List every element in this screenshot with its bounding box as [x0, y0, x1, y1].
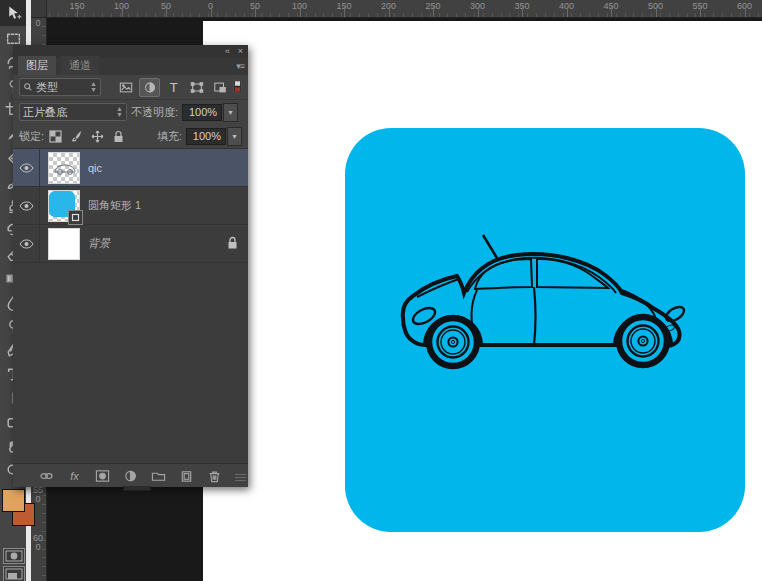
ruler-tick: [344, 6, 345, 17]
smartobject-filter-icon[interactable]: [210, 79, 229, 96]
panel-footer: fx: [13, 463, 248, 487]
opacity-value[interactable]: 100%: [182, 104, 222, 121]
lock-all-icon[interactable]: [111, 129, 126, 144]
ruler-tick: [166, 6, 167, 17]
lock-row: 锁定: 填充: 100% ▼: [13, 124, 248, 149]
ruler-tick: [478, 6, 479, 17]
car-artwork: [397, 223, 707, 373]
lock-pixels-icon[interactable]: [69, 129, 84, 144]
layer-group-icon[interactable]: [150, 468, 168, 484]
panel-resize-grip[interactable]: [235, 474, 246, 483]
layer-name[interactable]: 背景: [88, 236, 110, 251]
ruler-tick: [656, 6, 657, 17]
layer-thumbnail[interactable]: [48, 152, 80, 184]
lock-label: 锁定:: [19, 129, 44, 144]
fill-value[interactable]: 100%: [186, 128, 226, 145]
layer-row-rounded-rectangle[interactable]: 圆角矩形 1: [13, 187, 248, 225]
ruler-tick: [700, 6, 701, 17]
collapse-panel-icon[interactable]: «: [225, 45, 230, 58]
tab-layers[interactable]: 图层: [18, 56, 56, 75]
lock-position-icon[interactable]: [90, 129, 105, 144]
filter-type-dropdown[interactable]: 类型 ▲▼: [19, 78, 101, 96]
close-panel-icon[interactable]: ×: [238, 45, 243, 58]
pixel-filter-icon[interactable]: [116, 79, 135, 96]
delete-layer-icon[interactable]: [206, 468, 224, 484]
panel-menu-icon[interactable]: ▾≡: [236, 61, 244, 71]
ruler-tick: [300, 6, 301, 17]
foreground-color-swatch[interactable]: [2, 489, 25, 512]
filter-toggle-switch[interactable]: [233, 79, 242, 96]
layer-row-background[interactable]: 背景: [13, 225, 248, 263]
fill-dropdown-arrow[interactable]: ▼: [227, 127, 242, 146]
ruler-tick: [389, 6, 390, 17]
layer-filter-row: 类型 ▲▼ T: [13, 75, 248, 100]
filter-type-label: 类型: [36, 80, 58, 95]
ruler-label: 0: [33, 19, 43, 28]
layer-list: qic 圆角矩形 1 背景: [13, 149, 248, 463]
screen-mode-button[interactable]: [3, 566, 25, 581]
ruler-tick: [567, 6, 568, 17]
panel-tab-bar: 图层 通道 ▾≡: [13, 58, 248, 75]
horizontal-ruler[interactable]: 1501005005010015020025030035040045050055…: [31, 0, 762, 18]
opacity-label: 不透明度:: [131, 105, 178, 120]
lock-transparency-icon[interactable]: [48, 129, 63, 144]
ruler-corner: [31, 0, 47, 18]
adjustment-layer-icon[interactable]: [122, 468, 140, 484]
shape-filter-icon[interactable]: [187, 79, 206, 96]
layer-thumbnail[interactable]: [48, 228, 80, 260]
layer-thumbnail[interactable]: [48, 190, 80, 222]
blend-mode-value: 正片叠底: [23, 105, 67, 120]
layer-name[interactable]: 圆角矩形 1: [88, 198, 141, 213]
background-lock-icon: [227, 236, 238, 252]
layer-mask-icon[interactable]: [94, 468, 112, 484]
adjustment-filter-icon[interactable]: [139, 78, 160, 97]
color-swatches: [1, 489, 35, 539]
type-filter-icon[interactable]: T: [164, 79, 183, 96]
layers-panel: « × 图层 通道 ▾≡ 类型 ▲▼ T 正片叠底: [13, 45, 248, 487]
ruler-tick: [522, 6, 523, 17]
tab-channels[interactable]: 通道: [61, 56, 99, 75]
opacity-dropdown-arrow[interactable]: ▼: [223, 103, 238, 122]
ruler-tick: [611, 6, 612, 17]
ruler-tick: [122, 6, 123, 17]
visibility-eye-icon[interactable]: [13, 149, 40, 186]
blend-mode-dropdown[interactable]: 正片叠底 ▲▼: [19, 103, 127, 121]
ruler-tick: [211, 6, 212, 17]
ruler-tick: [77, 6, 78, 17]
visibility-eye-icon[interactable]: [13, 187, 40, 224]
quick-mask-button[interactable]: [3, 548, 25, 564]
document-canvas[interactable]: [203, 21, 762, 581]
fill-label: 填充:: [157, 129, 182, 144]
new-layer-icon[interactable]: [178, 468, 196, 484]
ruler-tick: [255, 6, 256, 17]
blend-mode-row: 正片叠底 ▲▼ 不透明度: 100% ▼: [13, 100, 248, 124]
visibility-eye-icon[interactable]: [13, 225, 40, 262]
ruler-tick: [433, 6, 434, 17]
ruler-tick: [745, 6, 746, 17]
shape-layer-badge-icon: [68, 210, 83, 225]
layer-name[interactable]: qic: [88, 162, 102, 174]
panel-bottom-grip[interactable]: [123, 486, 151, 491]
layer-effects-icon[interactable]: fx: [66, 468, 84, 484]
move-tool[interactable]: [0, 0, 26, 26]
layer-row-qic[interactable]: qic: [13, 149, 248, 187]
link-layers-icon[interactable]: [38, 468, 56, 484]
